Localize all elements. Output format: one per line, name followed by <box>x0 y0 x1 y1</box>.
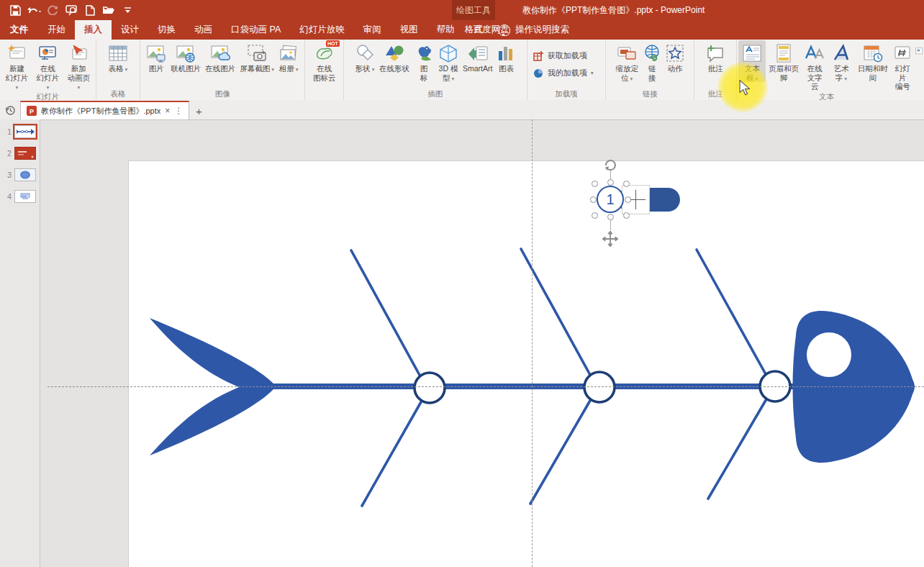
selection-handle-bottom[interactable] <box>607 214 614 220</box>
date-time-icon <box>863 42 883 64</box>
group-label-icon-cloud <box>307 89 341 100</box>
ribbon-button-text-box[interactable]: 文本框 <box>738 40 765 82</box>
selection-handle-top-right[interactable] <box>623 181 630 187</box>
ribbon-button-word-cloud[interactable]: 在线 文字云 <box>802 40 828 91</box>
ribbon-button-date-time[interactable]: 日期和时间 <box>855 40 891 82</box>
tab-review[interactable]: 审阅 <box>354 20 391 40</box>
tab-animations[interactable]: 动画 <box>185 20 222 40</box>
ribbon-button-get-addins[interactable]: 获取加载项 <box>533 50 587 61</box>
ribbon-tab-row: 文件 开始 插入 设计 切换 动画 口袋动画 PA 幻灯片放映 审阅 视图 帮助… <box>0 20 924 40</box>
window-title: 教你制作《PPT制作鱼骨图》.pptx - PowerPoint <box>522 0 705 20</box>
tell-me-label: 操作说明搜索 <box>515 24 569 36</box>
online-icon-cloud-icon: HOT <box>315 42 334 64</box>
rotation-handle-icon[interactable] <box>602 158 619 175</box>
tab-more-icon[interactable]: ⋮ <box>174 106 183 116</box>
icons-icon <box>414 42 434 64</box>
tab-design[interactable]: 设计 <box>112 20 148 40</box>
new-tab-button[interactable]: + <box>189 102 208 119</box>
ribbon-button-link[interactable]: 链 接 <box>640 40 663 82</box>
fish-ribs[interactable] <box>351 249 767 506</box>
selection-handle-top-left[interactable] <box>592 181 598 187</box>
online-slides-icon <box>38 42 57 64</box>
ribbon-button-online-icon-cloud[interactable]: HOT 在线 图标云 <box>311 40 338 82</box>
slide-thumbnail-3[interactable] <box>14 168 36 181</box>
tab-format[interactable]: 格式 <box>456 20 492 40</box>
slideshow-icon[interactable] <box>63 3 79 17</box>
group-comments: 批注 批注 <box>694 40 737 100</box>
slide-thumbnail-4[interactable] <box>14 190 36 203</box>
qat-customize-icon[interactable] <box>119 3 135 17</box>
document-tab-active[interactable]: P 教你制作《PPT制作鱼骨图》.pptx × ⋮ <box>20 101 189 119</box>
3d-model-icon <box>438 42 458 64</box>
ribbon-button-photo-album[interactable]: 相册 <box>276 40 301 73</box>
tell-me-search[interactable]: 操作说明搜索 <box>499 20 569 40</box>
undo-icon[interactable] <box>26 3 42 17</box>
group-table: 表格 表格 <box>96 40 140 100</box>
slide-thumbnail-row-4: 4 <box>0 190 36 203</box>
tab-pocket-animation[interactable]: 口袋动画 PA <box>222 20 290 40</box>
ribbon-button-new-slide[interactable]: 新建 幻灯片 <box>1 40 32 91</box>
ribbon-button-table[interactable]: 表格 <box>106 40 130 73</box>
selection-handle-bottom-right[interactable] <box>623 212 630 219</box>
history-icon[interactable] <box>0 101 20 119</box>
powerpoint-window: 绘图工具 教你制作《PPT制作鱼骨图》.pptx - PowerPoint 文件… <box>0 0 924 567</box>
redo-icon[interactable] <box>45 3 60 17</box>
ribbon-button-online-pictures[interactable]: 联机图片 <box>168 40 203 73</box>
group-slides: 新建 幻灯片 在线 幻灯片 新加 动画页 幻灯片 <box>0 40 96 100</box>
ribbon-button-action[interactable]: 动作 <box>663 40 687 73</box>
fishbone-diagram <box>128 160 924 567</box>
link-icon <box>643 42 661 64</box>
tab-insert[interactable]: 插入 <box>75 20 112 40</box>
ribbon-button-zoom-link[interactable]: 缩放定 位 <box>613 40 640 82</box>
group-text: 文本框 页眉和页脚 在线 文字云 <box>737 40 915 100</box>
selected-number-circle[interactable]: 1 <box>597 186 624 213</box>
header-footer-icon <box>776 42 792 64</box>
wordart-icon <box>832 42 851 64</box>
ribbon-button-smartart[interactable]: SmartArt <box>461 40 494 73</box>
ribbon-button-picture[interactable]: 图片 <box>144 40 168 73</box>
ribbon-button-screenshot[interactable]: 屏幕截图 <box>237 40 276 73</box>
close-tab-icon[interactable]: × <box>165 106 170 116</box>
new-file-icon[interactable] <box>82 3 98 17</box>
lightbulb-icon <box>499 24 510 36</box>
hot-badge: HOT <box>326 40 340 47</box>
ribbon-button-my-addins[interactable]: 我的加载项 ▾ <box>533 68 594 78</box>
group-label-links: 链接 <box>607 89 692 100</box>
ribbon-button-shapes[interactable]: 形状 <box>353 40 377 73</box>
ribbon-button-wordart[interactable]: 艺术字 <box>828 40 854 82</box>
ribbon-button-icons[interactable]: 图 标 <box>412 40 436 82</box>
save-icon[interactable] <box>7 3 23 17</box>
ribbon-button-online-shapes[interactable]: 在线形状 <box>377 40 412 73</box>
slide-thumbnail-panel: 1 2 3 4 <box>0 119 40 567</box>
vertical-guide[interactable] <box>532 119 533 567</box>
comment-icon <box>705 42 725 64</box>
group-label-table: 表格 <box>98 89 138 100</box>
new-slide-icon <box>7 42 26 64</box>
ribbon-button-slide-number[interactable]: 幻灯片 编号 <box>891 40 915 91</box>
slide-thumbnail-2[interactable] <box>14 147 36 160</box>
slide-thumbnail-1[interactable] <box>14 125 36 138</box>
ribbon-button-chart[interactable]: 图表 <box>494 40 517 73</box>
ribbon-button-web-pictures[interactable]: 在线图片 <box>203 40 237 73</box>
selection-handle-right[interactable] <box>625 196 631 203</box>
tab-slideshow[interactable]: 幻灯片放映 <box>290 20 354 40</box>
selection-handle-bottom-left[interactable] <box>592 212 598 219</box>
tab-transitions[interactable]: 切换 <box>148 20 185 40</box>
tab-view[interactable]: 视图 <box>391 20 427 40</box>
ribbon-button-object-partial[interactable] <box>915 40 924 100</box>
open-folder-icon[interactable] <box>101 3 117 17</box>
tab-home[interactable]: 开始 <box>38 20 75 40</box>
action-icon <box>666 42 684 64</box>
picture-icon <box>146 42 166 64</box>
ribbon-button-new-animation-page[interactable]: 新加 动画页 <box>63 40 94 91</box>
selection-handle-top[interactable] <box>607 179 614 186</box>
horizontal-guide[interactable] <box>47 386 924 387</box>
ribbon-button-3d-models[interactable]: 3D 模 型 <box>436 40 461 82</box>
text-box-icon <box>742 42 762 64</box>
tab-file[interactable]: 文件 <box>0 20 38 40</box>
ribbon-button-comment[interactable]: 批注 <box>703 40 728 73</box>
ribbon-button-header-footer[interactable]: 页眉和页脚 <box>766 40 802 82</box>
ribbon-button-online-slides[interactable]: 在线 幻灯片 <box>32 40 63 91</box>
selection-handle-left[interactable] <box>590 196 597 203</box>
get-addins-icon <box>533 50 544 61</box>
